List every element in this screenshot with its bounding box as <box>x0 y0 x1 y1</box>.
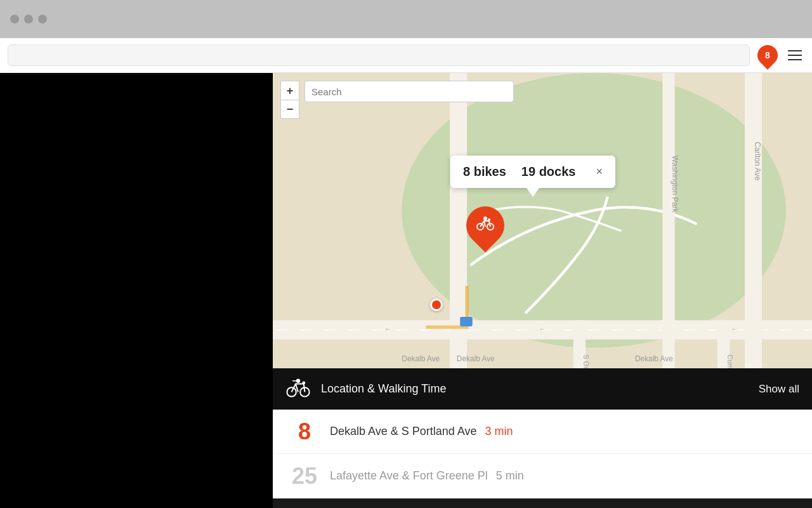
traffic-lights <box>10 15 47 23</box>
map-popup: 8 bikes 19 docks × <box>450 156 615 188</box>
bottom-header-title: Location & Walking Time <box>321 382 759 396</box>
station-item-0[interactable]: 8 Dekalb Ave & S Portland Ave 3 min <box>273 410 812 454</box>
svg-point-27 <box>287 387 296 396</box>
station-time-1: 5 min <box>496 469 524 482</box>
station-name-1: Lafayette Ave & Fort Greene Pl 5 min <box>330 469 799 483</box>
station-number-0: 8 <box>285 418 324 445</box>
badge-pin: 8 <box>753 41 782 69</box>
right-panel: Washington Park Carlton Ave Dekalb Ave D… <box>273 73 812 508</box>
svg-text:S Oxford: S Oxford <box>582 354 590 368</box>
minimize-button[interactable] <box>24 15 33 23</box>
svg-text:←: ← <box>539 325 546 333</box>
svg-rect-6 <box>745 73 762 368</box>
map-controls: + − <box>280 81 299 119</box>
svg-text:Cumberl...: Cumberl... <box>726 354 734 368</box>
svg-text:Washington Park: Washington Park <box>671 156 679 213</box>
bottom-panel: Location & Walking Time Show all 8 Dekal… <box>273 368 812 508</box>
svg-point-26 <box>483 217 487 220</box>
svg-rect-17 <box>460 317 472 326</box>
user-location-dot <box>430 298 443 311</box>
svg-rect-7 <box>662 73 674 368</box>
station-number-1: 25 <box>285 463 324 490</box>
svg-point-30 <box>296 378 300 382</box>
bike-station-marker[interactable] <box>466 206 504 251</box>
hamburger-menu[interactable] <box>785 48 804 63</box>
top-search-bar[interactable] <box>8 44 750 66</box>
map-area: Washington Park Carlton Ave Dekalb Ave D… <box>273 73 812 368</box>
bottom-header: Location & Walking Time Show all <box>273 368 812 410</box>
map-background: Washington Park Carlton Ave Dekalb Ave D… <box>273 73 812 368</box>
badge-count: 8 <box>765 50 770 60</box>
popup-bikes: 8 bikes <box>463 164 506 179</box>
bike-icon <box>476 216 495 235</box>
station-item-1[interactable]: 25 Lafayette Ave & Fort Greene Pl 5 min <box>273 454 812 498</box>
notification-badge[interactable]: 8 <box>756 44 779 67</box>
svg-text:Dekalb Ave: Dekalb Ave <box>635 354 673 363</box>
station-time-0: 3 min <box>485 425 513 438</box>
svg-text:Dekalb Ave: Dekalb Ave <box>402 354 440 363</box>
svg-text:Dekalb Ave: Dekalb Ave <box>457 354 495 363</box>
hamburger-line-3 <box>788 59 802 60</box>
marker-circle <box>459 199 513 253</box>
svg-text:←: ← <box>384 325 391 333</box>
hamburger-line-2 <box>788 55 802 56</box>
zoom-in-button[interactable]: + <box>280 81 299 100</box>
main-content: Washington Park Carlton Ave Dekalb Ave D… <box>0 73 812 508</box>
top-bar: 8 <box>0 38 812 73</box>
bike-header-icon <box>285 375 311 403</box>
svg-text:Carlton Ave: Carlton Ave <box>753 142 762 181</box>
map-search-input[interactable] <box>304 81 514 102</box>
hamburger-line-1 <box>788 50 802 51</box>
station-name-0: Dekalb Ave & S Portland Ave 3 min <box>330 425 799 438</box>
station-list: 8 Dekalb Ave & S Portland Ave 3 min 25 L… <box>273 410 812 498</box>
show-all-button[interactable]: Show all <box>759 383 799 396</box>
close-button[interactable] <box>10 15 19 23</box>
popup-docks: 19 docks <box>521 164 576 179</box>
left-panel <box>0 73 273 508</box>
map-search[interactable] <box>304 81 514 102</box>
title-bar <box>0 0 812 38</box>
bike-header-svg <box>285 375 311 401</box>
zoom-out-button[interactable]: − <box>280 100 299 119</box>
popup-close-button[interactable]: × <box>596 165 603 178</box>
svg-text:←: ← <box>731 325 738 333</box>
maximize-button[interactable] <box>38 15 47 23</box>
